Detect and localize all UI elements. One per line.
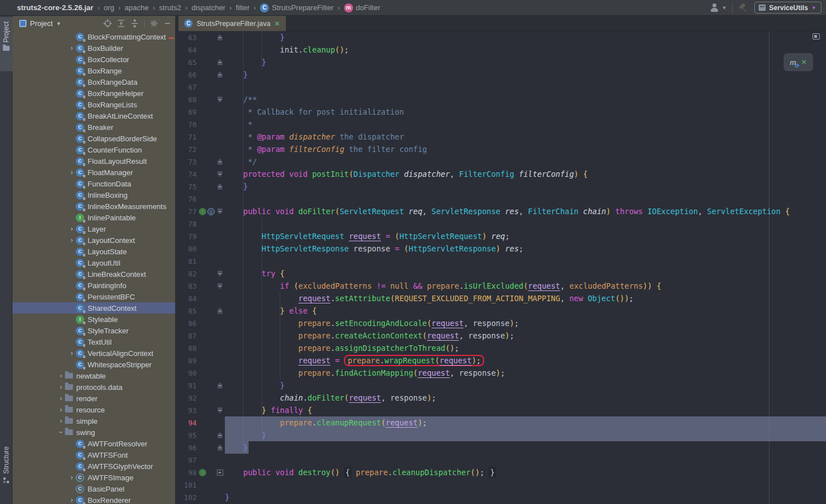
gutter[interactable]: 97	[175, 454, 225, 466]
tree-item-paintinginfo[interactable]: CPaintingInfo	[12, 280, 175, 291]
code-line-93[interactable]: 93 } finally {	[175, 404, 826, 416]
code-line-78[interactable]: 78	[175, 218, 826, 230]
code-line-90[interactable]: 90 prepare.findActionMapping(request, re…	[175, 367, 826, 379]
code-line-72[interactable]: 72 * @param filterConfig the filter conf…	[175, 143, 826, 155]
line-number[interactable]: 68	[175, 95, 197, 104]
code-line-79[interactable]: 79 HttpServletRequest request = (HttpSer…	[175, 230, 826, 242]
code-text[interactable]: /**	[225, 93, 257, 106]
code-line-102[interactable]: 102}	[175, 491, 826, 503]
expand-all-icon[interactable]	[117, 19, 125, 28]
gutter[interactable]: 68	[175, 93, 225, 106]
code-line-91[interactable]: 91 }	[175, 379, 826, 392]
code-text[interactable]: }	[225, 68, 248, 81]
breadcrumb-item[interactable]: org	[103, 3, 114, 12]
code-text[interactable]: }	[225, 31, 285, 44]
code-text[interactable]: public void doFilter(ServletRequest req,…	[225, 205, 790, 218]
gutter[interactable]: 66	[175, 68, 225, 81]
code-text[interactable]: }	[225, 180, 248, 193]
gutter[interactable]: 92	[175, 392, 225, 404]
code-line-76[interactable]: 76	[175, 193, 826, 205]
chevron-right-icon[interactable]: ›	[57, 372, 65, 380]
fold-expand-icon[interactable]: +	[217, 470, 223, 476]
tree-item-floatmanager[interactable]: ›CFloatManager	[12, 167, 175, 178]
gutter[interactable]: 94	[175, 416, 225, 429]
tree-item-awtfontresolver[interactable]: CAWTFontResolver	[12, 438, 175, 449]
code-line-68[interactable]: 68 /**	[175, 93, 826, 106]
line-number[interactable]: 92	[175, 394, 197, 402]
line-number[interactable]: 77	[175, 207, 197, 216]
fold-start-icon[interactable]	[218, 407, 223, 414]
line-number[interactable]: 78	[175, 220, 197, 228]
code-line-81[interactable]: 81	[175, 255, 826, 267]
code-text[interactable]: prepare.setEncodingAndLocale(request, re…	[225, 317, 519, 329]
breadcrumb-item[interactable]: apache	[125, 3, 149, 12]
fold-end-icon[interactable]	[218, 184, 223, 190]
gutter[interactable]: 89	[175, 354, 225, 367]
code-text[interactable]: * @param filterConfig the filter config	[225, 143, 427, 155]
gutter[interactable]: 83	[175, 280, 225, 292]
code-line-82[interactable]: 82 try {	[175, 267, 826, 280]
code-line-84[interactable]: 84 request.setAttribute(REQUEST_EXCLUDED…	[175, 292, 826, 305]
code-text[interactable]: }	[225, 429, 266, 441]
line-number[interactable]: 74	[175, 170, 197, 179]
code-line-73[interactable]: 73 */	[175, 155, 826, 168]
code-line-98[interactable]: 98↑+ public void destroy() { prepare.cle…	[175, 466, 826, 479]
code-line-66[interactable]: 66 }	[175, 68, 826, 81]
fold-end-icon[interactable]	[218, 308, 223, 314]
gutter[interactable]: 91	[175, 379, 225, 392]
line-number[interactable]: 64	[175, 46, 197, 54]
code-line-64[interactable]: 64 init.cleanup();	[175, 44, 826, 56]
tree-item-styleable[interactable]: IStyleable	[12, 314, 175, 325]
fold-start-icon[interactable]	[218, 97, 223, 103]
tree-item-boxrangelists[interactable]: CBoxRangeLists	[12, 99, 175, 110]
code-line-88[interactable]: 88 prepare.assignDispatcherToThread();	[175, 342, 826, 354]
gutter[interactable]: 63	[175, 31, 225, 44]
code-line-70[interactable]: 70 *	[175, 118, 826, 131]
code-text[interactable]: public void destroy() { prepare.cleanupD…	[225, 466, 496, 479]
line-number[interactable]: 88	[175, 344, 197, 353]
tree-item-whitespacestripper[interactable]: CWhitespaceStripper	[12, 359, 175, 370]
gutter[interactable]: 75	[175, 180, 225, 193]
tree-item-boxrenderer[interactable]: ›CBoxRenderer	[12, 494, 175, 504]
code-line-95[interactable]: 95 }	[175, 429, 826, 441]
line-number[interactable]: 89	[175, 357, 197, 365]
gutter[interactable]: 96	[175, 441, 225, 454]
code-text[interactable]: HttpServletResponse response = (HttpServ…	[225, 242, 523, 255]
chevron-right-icon[interactable]: ›	[68, 236, 76, 244]
line-number[interactable]: 73	[175, 158, 197, 166]
tree-item-basicpanel[interactable]: CBasicPanel	[12, 483, 175, 494]
tree-item-simple[interactable]: ›simple	[12, 415, 175, 427]
tree-item-persistentbfc[interactable]: CPersistentBFC	[12, 291, 175, 302]
tree-item-newtable[interactable]: ›newtable	[12, 370, 175, 381]
fold-end-icon[interactable]	[218, 59, 223, 66]
tree-item-blockformattingcontext[interactable]: CBlockFormattingContext	[12, 31, 175, 42]
chevron-right-icon[interactable]: ›	[57, 394, 65, 402]
tree-item-verticalaligncontext[interactable]: ›CVerticalAlignContext	[12, 347, 175, 359]
fold-end-icon[interactable]	[218, 34, 223, 41]
code-text[interactable]: }	[225, 379, 285, 392]
editor-widget-icon[interactable]	[812, 33, 820, 40]
tree-item-layer[interactable]: ›CLayer	[12, 223, 175, 234]
line-number[interactable]: 85	[175, 307, 197, 315]
chevron-right-icon[interactable]: ›	[57, 383, 65, 391]
project-panel-title[interactable]: Project	[30, 19, 53, 28]
code-text[interactable]: request.setAttribute(REQUEST_EXCLUDED_FR…	[225, 292, 634, 305]
gutter[interactable]: 64	[175, 44, 225, 56]
gutter[interactable]: 71	[175, 131, 225, 143]
chevron-right-icon[interactable]: ›	[68, 168, 76, 176]
tree-item-render[interactable]: ›render	[12, 393, 175, 404]
code-line-80[interactable]: 80 HttpServletResponse response = (HttpS…	[175, 242, 826, 255]
line-number[interactable]: 90	[175, 369, 197, 377]
code-text[interactable]: *	[225, 118, 253, 131]
line-number[interactable]: 101	[175, 481, 197, 489]
line-number[interactable]: 67	[175, 83, 197, 92]
line-number[interactable]: 72	[175, 145, 197, 154]
breadcrumb-item[interactable]: mdoFilter	[344, 3, 380, 12]
line-number[interactable]: 79	[175, 232, 197, 241]
fold-end-icon[interactable]	[218, 383, 223, 389]
gutter[interactable]: 82	[175, 267, 225, 280]
gutter[interactable]: 95	[175, 429, 225, 441]
code-text[interactable]: init.cleanup();	[225, 44, 349, 56]
gear-icon[interactable]	[150, 19, 158, 28]
code-text[interactable]: }	[225, 56, 266, 68]
